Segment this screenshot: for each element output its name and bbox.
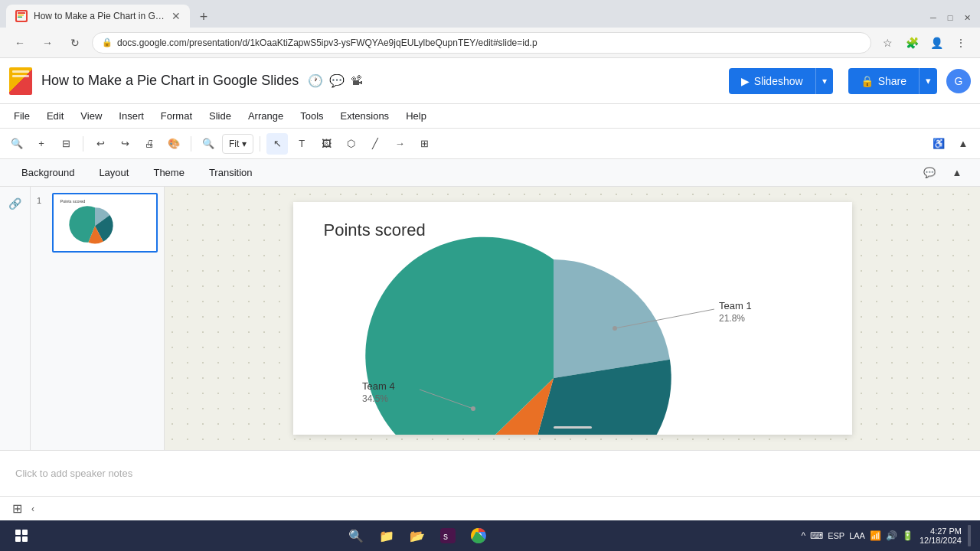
redo-btn[interactable]: ↪ [114, 133, 136, 155]
menu-view[interactable]: View [73, 107, 109, 125]
maximize-button[interactable]: □ [943, 11, 957, 24]
slideshow-dropdown-button[interactable]: ▾ [815, 68, 833, 94]
slide-canvas[interactable]: Points scored [293, 202, 852, 435]
svg-text:Team 4: Team 4 [362, 380, 395, 392]
slide-thumb-inner: Points scored [54, 194, 156, 251]
more-shapes-btn[interactable]: ⊞ [413, 133, 435, 155]
menu-insert[interactable]: Insert [111, 107, 152, 125]
paint-format-btn[interactable]: 🎨 [163, 133, 185, 155]
wifi-icon[interactable]: 📶 [870, 530, 881, 541]
taskbar-clock[interactable]: 4:27 PM 12/18/2024 [920, 527, 962, 545]
lock-share-icon: 🔒 [861, 75, 874, 87]
svg-rect-21 [440, 528, 456, 543]
menu-slide[interactable]: Slide [201, 107, 239, 125]
collapse-toolbar-btn[interactable]: ▲ [952, 133, 974, 155]
tab-close-btn[interactable]: ✕ [172, 10, 181, 22]
menu-file[interactable]: File [6, 107, 38, 125]
zoom-selector[interactable]: Fit ▾ [222, 134, 253, 154]
play-icon: ▶ [741, 75, 750, 87]
crop-btn[interactable]: ⊟ [55, 133, 77, 155]
svg-text:s: s [443, 531, 448, 542]
main-area: 🔗 1 Points scored [0, 187, 980, 450]
taskbar-time-display: 4:27 PM [930, 527, 962, 536]
taskbar-chrome-icon[interactable] [466, 523, 491, 548]
slideshow-button[interactable]: ▶ Slideshow [729, 68, 815, 94]
zoom-out-btn[interactable]: 🔍 [198, 133, 219, 155]
menu-format[interactable]: Format [153, 107, 200, 125]
back-button[interactable]: ← [9, 32, 31, 54]
menu-edit[interactable]: Edit [39, 107, 71, 125]
shapes-tool[interactable]: ⬡ [340, 133, 361, 155]
keyboard-icon: ⌨ [810, 530, 823, 541]
grid-view-icon[interactable]: ⊞ [12, 501, 22, 516]
bottom-bar: ⊞ ‹ [0, 496, 980, 520]
browser-tab-active[interactable]: How to Make a Pie Chart in Go... ✕ [6, 5, 190, 28]
slide-thumbnail-1[interactable]: Points scored [52, 193, 158, 253]
cursor-tool[interactable]: ↖ [266, 133, 288, 155]
thumb-chart-svg: Points scored [54, 194, 156, 251]
extensions-button[interactable]: 🧩 [902, 33, 922, 53]
new-tab-button[interactable]: + [193, 6, 214, 28]
tray-chevron-icon[interactable]: ^ [801, 530, 805, 541]
taskbar-files-icon[interactable]: 📂 [405, 523, 430, 548]
comment-slide-btn[interactable]: 💬 [919, 162, 940, 184]
text-tool[interactable]: T [291, 133, 312, 155]
forward-button[interactable]: → [37, 32, 58, 54]
taskbar-search-icon[interactable]: 🔍 [344, 523, 368, 548]
line-tool[interactable]: ╱ [364, 133, 386, 155]
taskbar-slack-icon[interactable]: s [436, 523, 460, 548]
history-icon[interactable]: 🕐 [308, 73, 323, 88]
share-button[interactable]: 🔒 Share [848, 68, 919, 94]
win-sq-3 [15, 536, 21, 542]
layout-btn[interactable]: Layout [90, 164, 138, 181]
bookmark-button[interactable]: ☆ [877, 33, 897, 53]
tab-favicon [15, 10, 28, 22]
comment-icon[interactable]: 💬 [329, 73, 345, 88]
profile-button[interactable]: 👤 [926, 33, 946, 53]
show-desktop-button[interactable] [968, 525, 971, 546]
user-avatar[interactable]: G [946, 69, 971, 93]
speaker-notes[interactable]: Click to add speaker notes [0, 450, 980, 496]
add-btn[interactable]: + [31, 133, 52, 155]
doc-title[interactable]: How to Make a Pie Chart in Google Slides [41, 73, 299, 89]
taskbar-explorer-icon[interactable]: 📁 [374, 523, 399, 548]
taskbar-date-display: 12/18/2024 [920, 536, 962, 545]
refresh-button[interactable]: ↻ [64, 32, 86, 54]
slides-thumbnail-panel[interactable]: 1 Points scored [31, 187, 165, 450]
toolbar: 🔍 + ⊟ ↩ ↪ 🖨 🎨 🔍 Fit ▾ ↖ T 🖼 ⬡ ╱ → ⊞ ♿ [0, 129, 980, 159]
collapse-panel-chevron[interactable]: ‹ [31, 504, 34, 514]
print-btn[interactable]: 🖨 [139, 133, 160, 155]
menu-tools[interactable]: Tools [292, 107, 331, 125]
svg-text:Team 1: Team 1 [719, 300, 752, 311]
close-window-button[interactable]: ✕ [960, 11, 974, 24]
speaker-notes-placeholder: Click to add speaker notes [15, 468, 132, 479]
arrow-tool[interactable]: → [389, 133, 410, 155]
pie-chart-svg: Team 1 21.8% Team 2 32.7% Team 3 10.9% T… [293, 225, 852, 435]
links-sidebar-icon[interactable]: 🔗 [5, 193, 26, 214]
minimize-button[interactable]: ─ [926, 11, 940, 24]
lock-icon: 🔒 [102, 37, 113, 47]
menu-help[interactable]: Help [398, 107, 434, 125]
theme-btn[interactable]: Theme [144, 164, 193, 181]
address-bar[interactable]: 🔒 docs.google.com/presentation/d/1kOaaKt… [92, 32, 871, 54]
share-dropdown-button[interactable]: ▾ [919, 68, 937, 94]
search-tool-btn[interactable]: 🔍 [6, 133, 28, 155]
slide-canvas-area[interactable]: Points scored [165, 187, 980, 450]
menu-arrange[interactable]: Arrange [240, 107, 291, 125]
volume-icon[interactable]: 🔊 [886, 530, 897, 541]
battery-icon: 🔋 [902, 530, 913, 541]
menu-bar: File Edit View Insert Format Slide Arran… [0, 104, 980, 129]
menu-extensions[interactable]: Extensions [333, 107, 397, 125]
transition-btn[interactable]: Transition [200, 164, 262, 181]
windows-start-button[interactable] [9, 523, 34, 548]
image-tool[interactable]: 🖼 [315, 133, 337, 155]
menu-button[interactable]: ⋮ [951, 33, 971, 53]
background-btn[interactable]: Background [12, 164, 83, 181]
collapse-panel-btn[interactable]: ▲ [946, 162, 968, 184]
slides-header: How to Make a Pie Chart in Google Slides… [0, 58, 980, 104]
windows-logo [15, 530, 28, 542]
undo-btn[interactable]: ↩ [90, 133, 111, 155]
present-icon[interactable]: 📽 [351, 74, 363, 88]
accessibility-btn[interactable]: ♿ [928, 133, 949, 155]
browser-frame: How to Make a Pie Chart in Go... ✕ + ─ □… [0, 0, 980, 551]
